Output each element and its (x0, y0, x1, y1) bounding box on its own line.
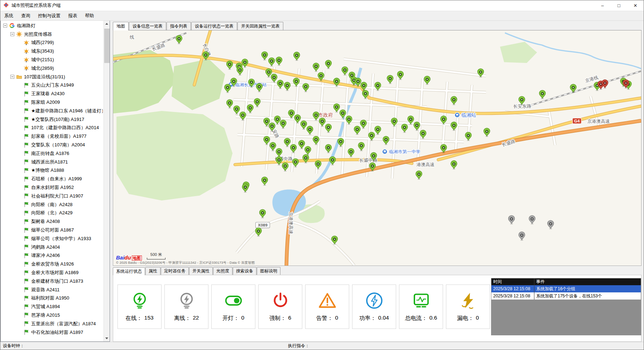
tree-group[interactable]: 光照度传感器 (2, 30, 103, 39)
flag-icon (23, 321, 29, 327)
tree-item[interactable]: 金桥大市场对面 A1869 (2, 268, 103, 277)
scale-text: 500 米 (147, 252, 165, 257)
tab[interactable]: 开关属性 (189, 267, 213, 275)
flag-icon (23, 91, 29, 97)
tree-label: 金桥大市场对面 A1869 (31, 269, 78, 276)
tab[interactable]: 搜索设备 (233, 267, 256, 275)
menu-item[interactable]: 控制与设置 (34, 11, 64, 21)
tree-item[interactable]: 梨树巷 A2408 (2, 217, 103, 226)
tree-item[interactable]: ★建新中路路口东 A1946（辅道灯） (2, 107, 103, 115)
tree-item[interactable]: 金桥农贸市场 A1926 (2, 260, 103, 268)
tree-label: 社会福利院大门口 A1907 (31, 193, 83, 199)
map-view[interactable]: 线长盛路长白路临湘长途汽车站市政府临湘站长安东路G4京港澳高速京港线长盛路临湘市… (113, 30, 641, 266)
tree-item[interactable]: 城北(2859) (2, 64, 103, 73)
tab[interactable]: 光照度 (213, 267, 232, 275)
menu-item[interactable]: 帮助 (81, 11, 98, 21)
tab[interactable]: 指令列表 (167, 22, 191, 30)
event-log-header: 时间 事件 (491, 278, 641, 285)
card-value: 0.04 (378, 315, 389, 322)
tree-group[interactable]: 107国道沿线(31/31) (2, 73, 103, 81)
tree-item[interactable]: 五里派出所（富源汽配）A1874 (2, 320, 103, 328)
tab[interactable]: 图标说明 (257, 267, 280, 275)
map-label: 京港澳高速 (288, 212, 293, 234)
expander-icon[interactable] (10, 32, 14, 36)
map-label: 京港澳高速 (587, 119, 610, 124)
tree-label: 五尖山大门东 A1949 (31, 82, 74, 88)
tree-item[interactable]: 城东(3543) (2, 47, 103, 55)
window-controls: – □ ✕ (594, 0, 644, 11)
tree-item[interactable]: 陈家组 A2009 (2, 98, 103, 107)
tree-root[interactable]: 临湘路灯 (2, 21, 103, 30)
menu-item[interactable]: 查询 (17, 11, 34, 21)
tree-label: 石咀桥（自来水）A1999 (31, 176, 82, 182)
close-button[interactable]: ✕ (627, 0, 644, 11)
card-value: 6 (288, 315, 291, 322)
flag-icon (23, 270, 29, 276)
expander-icon[interactable] (10, 75, 14, 79)
tree-label: 城中(2151) (31, 57, 54, 63)
svg-text:市政府: 市政府 (318, 112, 333, 118)
tree-item[interactable]: ★交警队西(107南) A1917 (2, 115, 103, 124)
flag-icon (23, 227, 29, 233)
tree-item[interactable]: 金桥建材市场门口 A1873 (2, 277, 103, 286)
tree-item[interactable]: 王家珑巷 A2430 (2, 89, 103, 98)
tree-item[interactable]: 自来水斜对面 A1952 (2, 183, 103, 192)
tree-item[interactable]: 交警队东（107南）A2004 (2, 141, 103, 149)
tree-item[interactable]: 彭家巷（党校后面）A1977 (2, 132, 103, 141)
card-title: 在线： (125, 315, 142, 322)
tab[interactable]: 开关回路属性一览表 (237, 22, 283, 30)
tree-item[interactable]: 谭家冲 A2406 (2, 252, 103, 260)
card-title: 开灯： (222, 315, 239, 322)
tree-item[interactable]: 石咀桥（自来水）A1999 (2, 175, 103, 183)
scale-bar: 500 米 (147, 252, 165, 259)
tree-item[interactable]: 南正街转盘 A1876 (2, 149, 103, 158)
tree-item[interactable]: 烟草公司（求知中学）A1933 (2, 234, 103, 243)
tree-item[interactable]: 向阳桥（北）A2429 (2, 209, 103, 218)
tree-item[interactable]: 107北（建新中路路口西）A2014 (2, 124, 103, 132)
tab[interactable]: 设备信息一览表 (129, 22, 166, 30)
tree-item[interactable]: ★博物馆 A1888 (2, 166, 103, 175)
tree-item[interactable]: 城中(2151) (2, 55, 103, 64)
tab[interactable]: 定时器任务 (161, 267, 189, 275)
tree-item[interactable]: 城西派出所A1871 (2, 158, 103, 166)
log-row[interactable]: 2025/3/28 12:15:08系统加载了16个分组 (491, 285, 641, 292)
expander-icon[interactable] (3, 24, 7, 28)
map-canvas[interactable]: 线长盛路长白路临湘长途汽车站市政府临湘站长安东路G4京港澳高速京港线长盛路临湘市… (113, 30, 641, 266)
tree-label: 汽贸城 A1894 (31, 303, 60, 310)
tree-item[interactable]: 烟草公司对面 A1867 (2, 226, 103, 234)
tree-item[interactable]: 芭茅塘 A2015 (2, 311, 103, 320)
tab[interactable]: 系统运行状态 (113, 267, 145, 275)
flag-icon (23, 133, 29, 140)
scroll-up-icon[interactable] (104, 21, 110, 27)
svg-text:京港澳高速: 京港澳高速 (288, 212, 293, 234)
tree-item[interactable]: 向阳桥（南）A2428 (2, 200, 103, 209)
tab[interactable]: 属性 (145, 267, 160, 275)
svg-text:港澳高速: 港澳高速 (417, 162, 435, 167)
tab[interactable]: 设备运行状态一览表 (191, 22, 237, 30)
scroll-down-icon[interactable] (104, 335, 110, 341)
tree-item[interactable]: 五尖山大门东 A1949 (2, 81, 103, 90)
leakage-icon (459, 291, 477, 311)
root-icon (9, 23, 15, 29)
tree-item[interactable]: 鸿鹤路 A2404 (2, 243, 103, 252)
minimize-button[interactable]: – (594, 0, 611, 11)
menu-item[interactable]: 报表 (64, 11, 81, 21)
tree-label: 城西(2799) (31, 39, 54, 46)
card-value: 153 (144, 315, 154, 322)
tree-label: 城东(3543) (31, 48, 54, 54)
menu-bar: 系统查询控制与设置报表帮助 (0, 11, 644, 21)
card-value: 0 (476, 315, 479, 322)
tree-item[interactable]: 社会福利院大门口 A1907 (2, 192, 103, 200)
menu-item[interactable]: 系统 (0, 11, 17, 21)
maximize-button[interactable]: □ (611, 0, 627, 11)
card-title: 离线： (174, 315, 191, 322)
tree-item[interactable]: 汽贸城 A1894 (2, 302, 103, 311)
tab[interactable]: 地图 (113, 22, 129, 30)
tree-item[interactable]: 城西(2799) (2, 39, 103, 47)
tree-item[interactable]: 中石化加油站对面 A1897 (2, 328, 103, 337)
tree-item[interactable]: 观音路 A2411 (2, 286, 103, 294)
log-row[interactable]: 2025/3/28 12:15:08系统加载了175个设备，在线153个 (491, 292, 641, 300)
scrollbar-thumb[interactable] (104, 29, 110, 63)
tree-item[interactable]: 福利院对面 A1950 (2, 294, 103, 303)
sidebar-scrollbar[interactable] (104, 21, 110, 341)
